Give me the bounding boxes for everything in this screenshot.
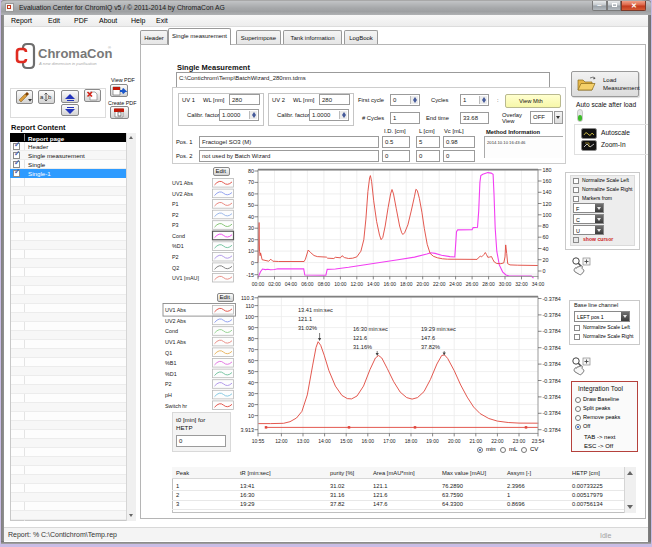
svg-text:Q1: Q1	[165, 350, 172, 356]
svg-text:23:54: 23:54	[532, 438, 545, 444]
svg-text:80: 80	[248, 336, 254, 342]
svg-text:-0.3784: -0.3784	[543, 378, 561, 384]
svg-text:P2: P2	[165, 381, 172, 387]
svg-text:60: 60	[543, 234, 549, 240]
svg-text:13:00: 13:00	[297, 438, 310, 444]
svg-text:-0.3784: -0.3784	[543, 328, 561, 334]
svg-text:121.6: 121.6	[353, 335, 367, 341]
svg-text:02:00: 02:00	[268, 281, 281, 287]
svg-text:31.02%: 31.02%	[298, 325, 317, 331]
svg-text:50: 50	[248, 202, 254, 208]
svg-text:18:00: 18:00	[400, 281, 413, 287]
svg-text:10: 10	[248, 248, 254, 254]
svg-text:3.913: 3.913	[241, 427, 255, 433]
svg-text:14:00: 14:00	[367, 281, 380, 287]
svg-text:0: 0	[543, 268, 546, 274]
svg-text:70: 70	[248, 347, 254, 353]
svg-text:50: 50	[248, 369, 254, 375]
svg-text:20: 20	[543, 257, 549, 263]
svg-text:100: 100	[543, 212, 552, 218]
svg-text:37.82%: 37.82%	[421, 344, 440, 350]
svg-text:19:29 min:sec: 19:29 min:sec	[421, 326, 456, 332]
svg-text:28:00: 28:00	[482, 281, 495, 287]
svg-text:Cond: Cond	[172, 233, 185, 239]
svg-text:40: 40	[543, 246, 549, 252]
svg-text:110: 110	[245, 303, 254, 309]
svg-text:22:00: 22:00	[491, 438, 504, 444]
svg-text:20: 20	[248, 237, 254, 243]
svg-text:UV1 [mAU]: UV1 [mAU]	[172, 275, 199, 281]
svg-text:26:00: 26:00	[466, 281, 479, 287]
svg-text:60: 60	[248, 358, 254, 364]
svg-text:16:00: 16:00	[362, 438, 375, 444]
svg-text:08:00: 08:00	[318, 281, 331, 287]
svg-text:%B1: %B1	[165, 360, 176, 366]
svg-text:60: 60	[248, 191, 254, 197]
svg-text:P3: P3	[172, 222, 179, 228]
svg-text:-0.3784: -0.3784	[543, 394, 561, 400]
svg-text:10:55: 10:55	[252, 438, 265, 444]
svg-text:80: 80	[543, 223, 549, 229]
svg-text:P2: P2	[172, 212, 179, 218]
svg-text:%D1: %D1	[165, 371, 177, 377]
svg-text:30:00: 30:00	[499, 281, 512, 287]
svg-text:40: 40	[248, 214, 254, 220]
svg-text:34:00: 34:00	[532, 281, 545, 287]
svg-text:22:00: 22:00	[433, 281, 446, 287]
svg-text:UV1 Abs: UV1 Abs	[165, 339, 186, 345]
svg-text:32:00: 32:00	[515, 281, 528, 287]
svg-text:30: 30	[248, 225, 254, 231]
svg-text:0: 0	[251, 260, 254, 266]
svg-text:121.1: 121.1	[298, 316, 312, 322]
svg-text:-0.3784: -0.3784	[543, 410, 561, 416]
svg-text:P2: P2	[172, 254, 179, 260]
svg-text:15:00: 15:00	[340, 438, 353, 444]
svg-text:80: 80	[248, 168, 254, 174]
svg-text:24:00: 24:00	[449, 281, 462, 287]
svg-text:14:00: 14:00	[318, 438, 331, 444]
svg-text:110.3: 110.3	[241, 295, 254, 301]
svg-text:19:00: 19:00	[426, 438, 439, 444]
svg-text:pH: pH	[165, 392, 172, 398]
svg-text:16:00: 16:00	[384, 281, 397, 287]
svg-text:140: 140	[543, 189, 552, 195]
svg-text:-0.3784: -0.3784	[543, 427, 561, 433]
svg-text:UV2 Abs: UV2 Abs	[165, 318, 186, 324]
svg-text:100: 100	[245, 314, 254, 320]
svg-text:16:30 min:sec: 16:30 min:sec	[353, 326, 388, 332]
svg-text:70: 70	[248, 179, 254, 185]
svg-text:UV1 Abs: UV1 Abs	[165, 307, 186, 313]
svg-text:-0.3784: -0.3784	[543, 296, 561, 302]
svg-text:17:00: 17:00	[383, 438, 396, 444]
svg-text:-0.3784: -0.3784	[543, 312, 561, 318]
svg-text:Cond: Cond	[165, 328, 178, 334]
svg-text:40: 40	[248, 380, 254, 386]
svg-text:160: 160	[543, 178, 552, 184]
svg-text:12:00: 12:00	[351, 281, 364, 287]
svg-text:10:00: 10:00	[334, 281, 347, 287]
svg-text:P1: P1	[172, 201, 179, 207]
svg-text:21:00: 21:00	[470, 438, 483, 444]
svg-text:20:00: 20:00	[416, 281, 429, 287]
svg-text:13.41 min:sec: 13.41 min:sec	[298, 307, 333, 313]
svg-text:Q2: Q2	[172, 265, 179, 271]
svg-text:147.6: 147.6	[421, 335, 435, 341]
svg-text:04:00: 04:00	[285, 281, 298, 287]
svg-text:Switch hr: Switch hr	[165, 403, 187, 409]
svg-text:10: 10	[248, 413, 254, 419]
svg-text:%D1: %D1	[172, 243, 184, 249]
svg-text:06:00: 06:00	[301, 281, 314, 287]
svg-text:31.16%: 31.16%	[353, 344, 372, 350]
svg-text:20: 20	[248, 402, 254, 408]
svg-text:UV1 Abs: UV1 Abs	[172, 180, 193, 186]
svg-text:-15: -15	[246, 272, 254, 278]
svg-text:UV2 Abs: UV2 Abs	[172, 191, 193, 197]
svg-text:120: 120	[543, 201, 552, 207]
svg-text:30: 30	[248, 391, 254, 397]
svg-text:23:00: 23:00	[513, 438, 526, 444]
svg-text:-0.3784: -0.3784	[543, 361, 561, 367]
svg-text:90: 90	[248, 325, 254, 331]
svg-text:00:00: 00:00	[252, 281, 265, 287]
svg-text:-0.3784: -0.3784	[543, 345, 561, 351]
svg-text:20:00: 20:00	[448, 438, 461, 444]
